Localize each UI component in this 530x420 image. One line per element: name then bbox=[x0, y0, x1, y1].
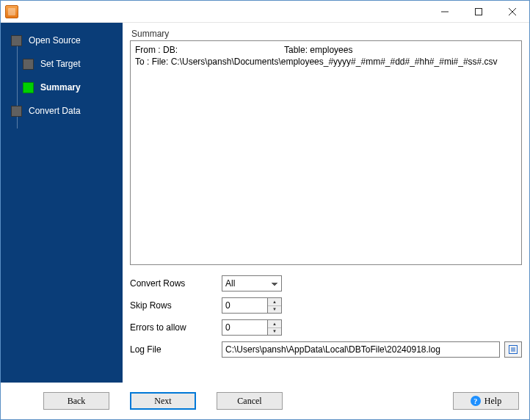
step-set-target[interactable]: Set Target bbox=[1, 55, 123, 73]
app-window: Open Source Set Target Summary Convert D… bbox=[0, 0, 530, 420]
app-icon bbox=[5, 5, 18, 18]
spin-down-icon[interactable]: ▼ bbox=[268, 306, 281, 314]
summary-table-label: Table: employees bbox=[284, 45, 352, 55]
summary-textbox[interactable]: From : DB:Table: employees To : File: C:… bbox=[130, 40, 522, 265]
options-form: Convert Rows All Skip Rows ▲ ▼ Errors to… bbox=[130, 275, 522, 358]
step-summary[interactable]: Summary bbox=[1, 79, 123, 96]
close-icon bbox=[509, 8, 516, 15]
maximize-button[interactable] bbox=[462, 1, 495, 22]
wizard-sidebar: Open Source Set Target Summary Convert D… bbox=[1, 23, 123, 383]
step-box-icon bbox=[11, 35, 22, 46]
step-box-icon bbox=[11, 106, 22, 117]
log-file-label: Log File bbox=[130, 344, 222, 355]
convert-rows-label: Convert Rows bbox=[130, 278, 222, 289]
summary-to-line: To : File: C:\Users\pansh\Documents\empl… bbox=[135, 57, 498, 67]
browse-icon bbox=[508, 344, 518, 355]
spin-up-icon[interactable]: ▲ bbox=[268, 320, 281, 328]
summary-from-label: From : DB: bbox=[135, 45, 178, 55]
minimize-icon bbox=[441, 8, 449, 15]
step-label: Open Source bbox=[29, 35, 81, 46]
help-icon: ? bbox=[471, 396, 481, 406]
back-button[interactable]: Back bbox=[43, 392, 109, 410]
titlebar bbox=[1, 1, 529, 23]
main-panel: Summary From : DB:Table: employees To : … bbox=[123, 23, 529, 383]
spinner-buttons[interactable]: ▲ ▼ bbox=[267, 319, 282, 336]
convert-rows-select[interactable]: All bbox=[222, 275, 282, 292]
step-box-icon bbox=[23, 59, 34, 70]
step-label: Convert Data bbox=[29, 106, 81, 116]
minimize-button[interactable] bbox=[428, 1, 462, 22]
step-box-icon bbox=[23, 82, 34, 93]
browse-log-button[interactable] bbox=[504, 341, 522, 358]
skip-rows-spinner[interactable]: ▲ ▼ bbox=[222, 297, 282, 314]
skip-rows-label: Skip Rows bbox=[130, 300, 222, 311]
maximize-icon bbox=[475, 8, 482, 15]
wizard-footer: Back Next Cancel ? Help bbox=[1, 383, 529, 419]
svg-rect-1 bbox=[476, 8, 482, 15]
summary-header: Summary bbox=[130, 29, 522, 40]
help-button[interactable]: ? Help bbox=[453, 392, 519, 410]
close-button[interactable] bbox=[495, 1, 529, 22]
errors-input[interactable] bbox=[222, 319, 267, 336]
window-controls bbox=[428, 1, 529, 22]
next-button[interactable]: Next bbox=[130, 392, 196, 410]
step-open-source[interactable]: Open Source bbox=[1, 32, 123, 49]
errors-spinner[interactable]: ▲ ▼ bbox=[222, 319, 282, 336]
step-label: Summary bbox=[40, 82, 81, 93]
help-label: Help bbox=[484, 396, 501, 407]
spin-up-icon[interactable]: ▲ bbox=[268, 298, 281, 306]
content-area: Open Source Set Target Summary Convert D… bbox=[1, 23, 529, 383]
step-convert-data[interactable]: Convert Data bbox=[1, 102, 123, 120]
spin-down-icon[interactable]: ▼ bbox=[268, 328, 281, 336]
spinner-buttons[interactable]: ▲ ▼ bbox=[267, 297, 282, 314]
step-label: Set Target bbox=[40, 59, 80, 69]
skip-rows-input[interactable] bbox=[222, 297, 267, 314]
errors-label: Errors to allow bbox=[130, 322, 222, 333]
cancel-button[interactable]: Cancel bbox=[217, 392, 283, 410]
log-file-input[interactable] bbox=[222, 341, 500, 358]
